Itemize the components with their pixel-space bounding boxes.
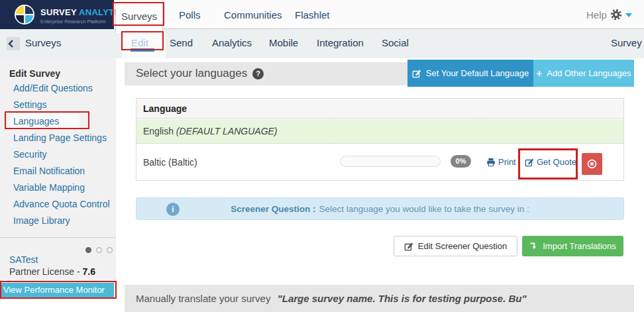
pager-dot-3[interactable]	[107, 247, 113, 253]
back-button[interactable]	[7, 37, 20, 50]
sidebar-item-add-edit-questions[interactable]: Add/Edit Questions	[13, 83, 93, 93]
sidebar-item-security[interactable]: Security	[13, 149, 47, 160]
pager-dot-2[interactable]	[96, 247, 102, 253]
manual-translate-bar: Manually translate your survey "Large su…	[125, 285, 634, 312]
plus-icon: +	[537, 68, 543, 79]
languages-table: Language English (DEFAULT LANGUAGE) Balt…	[136, 98, 624, 181]
subtab-edit[interactable]: Edit	[131, 37, 148, 48]
table-row-default-language: English (DEFAULT LANGUAGE)	[136, 119, 623, 144]
default-language-tag: (DEFAULT LANGUAGE)	[176, 126, 278, 136]
level-down-arrow-icon	[529, 242, 538, 250]
chevron-left-icon	[7, 39, 16, 48]
pencil-square-icon	[412, 69, 421, 78]
survey-name-text: "Large survey name. This is for testing …	[278, 293, 527, 304]
info-circle-icon: i	[166, 203, 180, 216]
app-window: SURVEYANALYTICS Enterprise Research Plat…	[0, 0, 644, 312]
sidebar-heading: Edit Survey	[9, 68, 60, 79]
tab-surveys[interactable]: Surveys	[115, 3, 163, 33]
license-info: Partner License - 7.6	[9, 266, 95, 277]
tab-communities[interactable]: Communities	[224, 9, 282, 21]
printer-icon	[486, 158, 496, 167]
circled-x-icon	[586, 158, 598, 170]
account-menu-caret-icon[interactable]	[625, 13, 632, 17]
sidebar-item-image-library[interactable]: Image Library	[13, 215, 70, 226]
subtab-send[interactable]: Send	[170, 37, 193, 48]
tab-flashlet[interactable]: Flashlet	[295, 9, 330, 21]
screener-question-infobar: i Screener Question : Select language yo…	[136, 197, 624, 220]
top-navbar: SURVEYANALYTICS Enterprise Research Plat…	[0, 0, 644, 29]
page-title: Select your languages ?	[136, 67, 264, 80]
logo-icon	[15, 5, 34, 25]
gear-icon[interactable]	[610, 9, 622, 21]
account-link[interactable]: SATest	[9, 254, 38, 265]
sidebar-item-variable-mapping[interactable]: Variable Mapping	[13, 182, 85, 193]
sidebar-item-landing-page-settings[interactable]: Landing Page Settings	[13, 132, 107, 143]
app-logo[interactable]: SURVEYANALYTICS Enterprise Research Plat…	[0, 0, 114, 29]
active-tab-underline	[131, 48, 154, 52]
edit-screener-question-button[interactable]: Edit Screener Question	[394, 236, 517, 256]
pager-dot-1[interactable]	[85, 247, 91, 253]
brand-name-survey: SURVEY	[40, 7, 77, 17]
subtab-social[interactable]: Social	[382, 37, 409, 48]
print-link[interactable]: Print	[486, 157, 516, 167]
sidebar-item-languages[interactable]: Languages	[13, 116, 59, 127]
question-circle-icon[interactable]: ?	[252, 68, 264, 79]
column-header-language: Language	[136, 99, 623, 119]
sidebar-item-email-notification[interactable]: Email Notification	[13, 166, 85, 176]
pencil-square-icon	[404, 242, 413, 251]
sidebar-item-advance-quota-control[interactable]: Advance Quota Control	[13, 199, 110, 209]
subtab-analytics[interactable]: Analytics	[212, 37, 252, 48]
subtab-mobile[interactable]: Mobile	[269, 37, 298, 48]
add-other-languages-button[interactable]: + Add Other Languages	[533, 60, 634, 87]
subtab-integration[interactable]: Integration	[317, 37, 364, 48]
progress-percent-badge: 0%	[451, 155, 471, 168]
license-version: 7.6	[83, 266, 95, 277]
subnav-survey-label[interactable]: Survey	[611, 37, 642, 48]
breadcrumb-surveys[interactable]: Surveys	[25, 37, 61, 48]
get-quote-link[interactable]: Get Quote	[525, 157, 576, 167]
sidebar-item-settings[interactable]: Settings	[13, 99, 47, 110]
help-link[interactable]: Help	[586, 9, 607, 21]
translation-progress-bar	[340, 156, 441, 167]
import-translations-button[interactable]: Import Translations	[522, 236, 623, 256]
sidebar-divider	[0, 237, 116, 238]
pencil-square-icon	[525, 158, 534, 167]
tab-polls[interactable]: Polls	[179, 9, 201, 21]
delete-language-button[interactable]	[582, 153, 602, 175]
set-default-language-button[interactable]: Set Your Default Language	[407, 60, 533, 87]
view-performance-monitor-link[interactable]: View Performance Monitor	[0, 283, 114, 297]
